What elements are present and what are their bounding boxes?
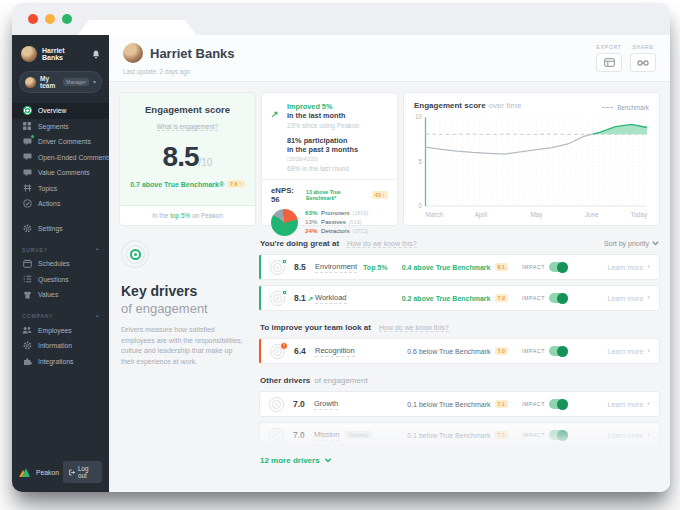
check-circle-icon: [22, 199, 32, 209]
bullseye-icon: [121, 240, 149, 268]
how-do-we-know-link[interactable]: How do we know this?: [347, 240, 417, 248]
sidebar-item-segments[interactable]: Segments: [12, 119, 109, 135]
impact-toggle[interactable]: [549, 399, 568, 409]
strategy-chip: Strategy: [345, 431, 371, 439]
speech-bubble-icon: [22, 168, 32, 178]
dashed-line-icon: [602, 107, 613, 108]
notifications-bell-icon[interactable]: [92, 50, 100, 59]
learn-more-link[interactable]: Learn more›: [584, 263, 650, 271]
minimize-window-button[interactable]: [45, 14, 55, 24]
driver-name[interactable]: Mission: [314, 430, 339, 441]
driver-ripple-icon: [270, 291, 285, 306]
sidebar: Harriet Banks My team Manager ▾ Overview: [12, 35, 109, 492]
participation-title: 81% participation: [287, 136, 388, 145]
sidebar-item-driver-comments[interactable]: Driver Comments: [12, 134, 109, 150]
driver-ripple-icon: !: [270, 344, 285, 359]
improved-note: 23% since using Peakon: [287, 122, 359, 129]
learn-more-link[interactable]: Learn more›: [584, 400, 650, 408]
sidebar-item-open-ended-comments[interactable]: Open-Ended Comments: [12, 150, 109, 166]
browser-tab[interactable]: [78, 20, 196, 35]
page-header: Harriet Banks Last update: 2 days ago EX…: [109, 35, 670, 82]
sidebar-item-values[interactable]: Values: [12, 287, 109, 303]
impact-label: IMPACT: [522, 401, 545, 407]
stats-card: ↗ Improved 5% in the last month 23% sinc…: [261, 92, 398, 226]
trend-chart-card: Engagement score over time Benchmark 051…: [403, 92, 660, 226]
driver-benchmark-badge: 7.0: [495, 347, 509, 355]
improvement-stat: ↗ Improved 5% in the last month 23% sinc…: [262, 102, 397, 129]
people-icon: [22, 325, 32, 335]
sidebar-item-settings[interactable]: Settings: [12, 221, 109, 237]
more-drivers-link[interactable]: 12 more drivers: [260, 456, 660, 465]
brand-name: Peakon: [36, 469, 59, 476]
driver-name[interactable]: Environment: [315, 262, 357, 273]
top-5-tag: Top 5%: [363, 264, 387, 271]
app-window: Harriet Banks My team Manager ▾ Overview: [12, 3, 670, 492]
trend-up-icon: ↗: [308, 295, 313, 303]
impact-toggle[interactable]: [549, 430, 568, 440]
positive-badge-icon: [281, 289, 288, 296]
sidebar-item-actions[interactable]: Actions: [12, 196, 109, 212]
svg-text:June: June: [585, 210, 599, 217]
impact-toggle[interactable]: [549, 346, 568, 356]
team-selector[interactable]: My team Manager ▾: [19, 71, 102, 93]
sidebar-item-information[interactable]: Information: [12, 338, 109, 354]
gear-icon: [22, 223, 32, 233]
driver-benchmark-note: 0.6 below True Benchmark: [407, 348, 490, 355]
close-window-button[interactable]: [28, 14, 38, 24]
driver-row-recognition[interactable]: ! 6.4 Recognition 0.6 below True Benchma…: [259, 338, 660, 364]
sidebar-item-integrations[interactable]: Integrations: [12, 354, 109, 370]
share-button[interactable]: [630, 53, 656, 72]
sidebar-item-value-comments[interactable]: Value Comments: [12, 165, 109, 181]
team-avatar: [25, 77, 36, 88]
sidebar-section-company[interactable]: COMPANY ▴: [12, 310, 109, 323]
sidebar-item-questions[interactable]: Questions: [12, 272, 109, 288]
driver-row-growth[interactable]: 7.0 Growth 0.1 below True Benchmark7.1 I…: [259, 391, 660, 417]
driver-row-environment[interactable]: 8.5 EnvironmentTop 5% 0.4 above True Ben…: [259, 254, 660, 280]
chevron-up-icon: ▴: [96, 247, 99, 252]
sidebar-item-overview[interactable]: Overview: [12, 103, 109, 119]
driver-name[interactable]: Recognition: [315, 346, 355, 357]
team-role-badge: Manager: [63, 78, 89, 86]
driver-benchmark-note: 0.4 above True Benchmark: [402, 264, 491, 271]
benchmark-legend: Benchmark: [602, 104, 649, 111]
puzzle-icon: [22, 356, 32, 366]
logout-button[interactable]: Log out: [63, 461, 102, 483]
driver-name[interactable]: Growth: [314, 399, 338, 410]
chevron-right-icon: ›: [647, 294, 650, 302]
learn-more-link[interactable]: Learn more›: [584, 431, 650, 439]
driver-score: 6.4: [285, 346, 315, 356]
team-label: My team: [40, 75, 59, 89]
driver-name[interactable]: Workload: [315, 293, 347, 304]
what-is-engagement-link[interactable]: What is engagement?: [157, 123, 218, 131]
how-do-we-know-link[interactable]: How do we know this?: [379, 324, 449, 332]
driver-row-workload[interactable]: 8.1↗ Workload 0.2 above True Benchmark7.…: [259, 285, 660, 311]
chevron-down-icon: ▾: [93, 79, 96, 85]
learn-more-link[interactable]: Learn more›: [584, 294, 650, 302]
sidebar-user[interactable]: Harriet Banks: [12, 35, 109, 69]
benchmark-badge: 7.8 ↑: [227, 180, 245, 188]
export-button[interactable]: [596, 53, 622, 72]
key-drivers-heading: Key drivers: [121, 283, 247, 299]
tshirt-icon: [22, 290, 32, 300]
sidebar-item-schedules[interactable]: Schedules: [12, 256, 109, 272]
participation-note: 68% in the last round: [287, 165, 388, 172]
sidebar-item-employees[interactable]: Employees: [12, 323, 109, 339]
alert-badge-icon: !: [280, 342, 288, 350]
svg-text:Today: Today: [630, 210, 647, 218]
chevron-right-icon: ›: [647, 431, 650, 439]
calendar-icon: [22, 259, 32, 269]
export-icon: [604, 58, 615, 67]
impact-toggle[interactable]: [549, 293, 568, 303]
section-other-drivers: Other drivers of engagement: [260, 376, 659, 385]
sidebar-section-survey[interactable]: SURVEY ▴: [12, 243, 109, 256]
driver-row-mission[interactable]: 7.0 MissionStrategy 0.1 below True Bench…: [259, 422, 660, 448]
svg-text:10: 10: [415, 114, 422, 120]
sort-by-priority-dropdown[interactable]: Sort by priority: [604, 240, 659, 247]
zoom-window-button[interactable]: [62, 14, 72, 24]
driver-score: 7.0: [284, 430, 314, 440]
stack-icon: [22, 183, 32, 193]
impact-toggle[interactable]: [549, 262, 568, 272]
sidebar-item-topics[interactable]: Topics: [12, 181, 109, 197]
learn-more-link[interactable]: Learn more›: [584, 347, 650, 355]
improved-title: Improved 5%: [287, 102, 359, 111]
